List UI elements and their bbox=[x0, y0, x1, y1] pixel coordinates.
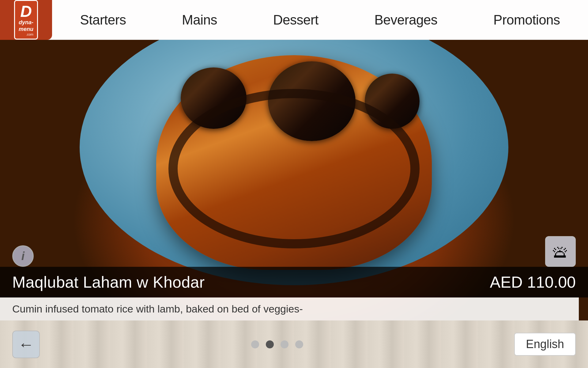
carousel-dot-3[interactable] bbox=[281, 340, 288, 348]
logo[interactable]: D dyna- menu .com bbox=[0, 0, 52, 40]
carousel-dot-1[interactable] bbox=[251, 340, 259, 348]
nav-beverages[interactable]: Beverages bbox=[368, 0, 443, 40]
dish-price: AED 110.00 bbox=[490, 273, 576, 291]
header: D dyna- menu .com Starters Mains Dessert… bbox=[0, 0, 588, 40]
order-button[interactable]: 🛎 bbox=[545, 236, 576, 267]
dish-name: Maqlubat Laham w Khodar bbox=[12, 273, 205, 291]
logo-d: D bbox=[19, 3, 33, 19]
logo-text: dyna- menu bbox=[19, 19, 33, 33]
description-bar: Cumin infused tomato rice with lamb, bak… bbox=[0, 297, 579, 320]
dish-wrap bbox=[168, 89, 420, 248]
nav-mains[interactable]: Mains bbox=[176, 0, 223, 40]
dish-description: Cumin infused tomato rice with lamb, bak… bbox=[12, 303, 303, 315]
title-bar: Maqlubat Laham w Khodar AED 110.00 bbox=[0, 267, 588, 297]
navigation: Starters Mains Dessert Beverages Promoti… bbox=[52, 0, 588, 40]
nav-promotions[interactable]: Promotions bbox=[487, 0, 566, 40]
info-icon: i bbox=[21, 250, 25, 263]
carousel-dot-4[interactable] bbox=[295, 340, 303, 348]
back-button[interactable]: ← bbox=[12, 331, 40, 358]
info-button[interactable]: i bbox=[12, 245, 34, 267]
nav-dessert[interactable]: Dessert bbox=[267, 0, 325, 40]
back-arrow-icon: ← bbox=[18, 335, 34, 354]
bottom-bar: ← English bbox=[0, 320, 588, 368]
language-button[interactable]: English bbox=[514, 333, 576, 356]
logo-com: .com bbox=[19, 33, 33, 36]
nav-starters[interactable]: Starters bbox=[74, 0, 132, 40]
carousel-dots bbox=[251, 340, 303, 348]
waiter-icon: 🛎 bbox=[552, 242, 569, 262]
carousel-dot-2[interactable] bbox=[266, 340, 274, 348]
